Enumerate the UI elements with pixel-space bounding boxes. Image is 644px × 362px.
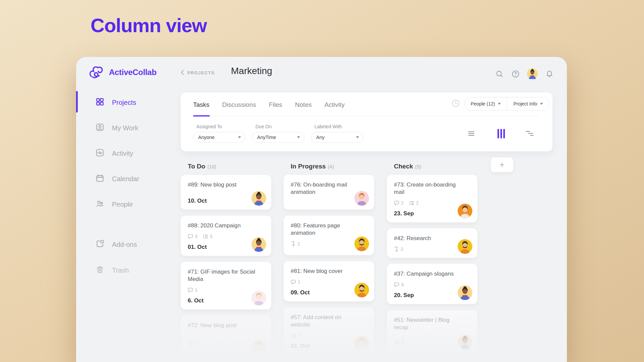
task-title: #42: Research [394, 235, 471, 242]
assignee-avatar [251, 340, 266, 355]
assignee-avatar [251, 191, 266, 206]
people-dropdown[interactable]: People (12) [465, 97, 507, 110]
active-tab-underline [193, 115, 210, 117]
task-title: #88: 2020 Campaign [188, 222, 265, 229]
column-view-icon [496, 129, 506, 139]
task-card[interactable]: #57: Add content on website 7 02. Oct [284, 307, 374, 355]
tab-activity[interactable]: Activity [325, 101, 345, 108]
user-avatar [527, 68, 538, 79]
activecollab-logo[interactable]: ActiveCollab [88, 64, 157, 81]
task-card[interactable]: #88: 2020 Campaign 3 5 01. Oct [181, 216, 271, 256]
assignee-avatar [458, 239, 472, 254]
checklist-icon [291, 333, 296, 338]
people-icon [96, 199, 104, 209]
task-card[interactable]: #72: New blog post 2 [181, 315, 271, 359]
activecollab-logo-icon [88, 64, 104, 81]
task-card[interactable]: #76: On-boarding mail animation [284, 175, 374, 210]
assignee-avatar [354, 283, 369, 297]
help-button[interactable] [512, 70, 520, 78]
sidebar-item-my-work[interactable]: My Work [96, 122, 138, 134]
sidebar-item-people[interactable]: People [96, 199, 133, 210]
timeline-view-icon [525, 129, 535, 138]
notifications-bell-button[interactable] [545, 70, 554, 78]
sidebar-item-projects[interactable]: Projects [96, 97, 136, 108]
caret-down-icon [297, 136, 300, 138]
task-card[interactable]: #73: Create on-boarding mail 2 2 23. Sep [387, 175, 477, 222]
project-title: Marketing [231, 66, 272, 76]
add-column-button[interactable]: + [491, 157, 513, 172]
subtasks-count: 2 [291, 241, 300, 246]
assignee-avatar [354, 336, 369, 351]
assignee-avatar [458, 204, 472, 218]
task-title: #51: Newsletter | Blog recap [394, 316, 471, 331]
sidebar-item-trash[interactable]: Trash [96, 265, 129, 276]
assigned-to-dropdown[interactable]: Anyone [193, 132, 245, 143]
my-work-icon [96, 123, 104, 133]
sidebar-item-label: My Work [112, 124, 138, 132]
task-card[interactable]: #37: Campaign slogans 3 20. Sep [387, 264, 477, 304]
activity-pulse-icon [96, 148, 104, 158]
comments-count: 3 [188, 234, 197, 239]
task-card[interactable]: #80: Features page animation 2 [284, 216, 374, 255]
checklist-icon [409, 201, 414, 206]
list-view-icon [467, 129, 476, 138]
caret-down-icon [540, 103, 543, 105]
timeline-view-button[interactable] [525, 129, 535, 139]
filter-label-assigned-to: Assigned To [196, 124, 245, 129]
history-clock-icon[interactable] [452, 99, 460, 109]
checklist-count: 2 [409, 200, 419, 206]
column-title: Check [394, 163, 413, 170]
checklist-icon [394, 340, 399, 345]
task-card[interactable]: #51: Newsletter | Blog recap 3 [387, 310, 477, 354]
filter-label-due-on: Due On [255, 124, 304, 129]
assignee-avatar [458, 285, 472, 300]
labeled-with-dropdown[interactable]: Any [311, 132, 363, 143]
due-on-dropdown[interactable]: AnyTime [252, 132, 304, 143]
tab-tasks[interactable]: Tasks [193, 101, 210, 108]
list-view-button[interactable] [466, 129, 477, 139]
sidebar-item-activity[interactable]: Activity [96, 148, 133, 159]
tab-files[interactable]: Files [269, 101, 282, 108]
assigned-to-value: Anyone [198, 135, 215, 140]
tab-discussions[interactable]: Discussions [222, 101, 256, 108]
checklist-icon [203, 234, 208, 239]
comments-count: 3 [394, 282, 404, 287]
sidebar-item-calendar[interactable]: Calendar [96, 173, 139, 185]
brand-name: ActiveCollab [109, 68, 157, 77]
task-title: #71: GIF images for Social Media [188, 268, 265, 283]
breadcrumb[interactable]: PROJECTS [181, 70, 215, 76]
sidebar-active-indicator [76, 91, 78, 113]
task-title: #81: New blog cover [291, 268, 367, 275]
comment-icon [394, 282, 399, 287]
column-count: (5) [415, 164, 421, 169]
assignee-avatar [251, 237, 266, 252]
search-button[interactable] [495, 70, 504, 78]
sidebar-item-label: Activity [112, 150, 133, 157]
tab-notes[interactable]: Notes [295, 101, 312, 108]
column-view-button[interactable] [496, 129, 507, 139]
comment-icon [291, 280, 296, 285]
task-card[interactable]: #42: Research 2 [387, 228, 477, 258]
project-info-dropdown[interactable]: Project Info [507, 97, 549, 110]
task-card[interactable]: #81: New blog cover 1 09. Oct [284, 261, 374, 301]
task-card[interactable]: #71: GIF images for Social Media 1 6. Oc… [181, 262, 271, 309]
comments-count: 1 [291, 279, 300, 285]
column-title: To Do [188, 163, 205, 170]
user-avatar-button[interactable] [527, 68, 538, 79]
sidebar-item-add-ons[interactable]: Add-ons [96, 239, 137, 250]
comments-count: 1 [188, 287, 197, 293]
subtasks-icon [188, 341, 193, 347]
task-title: #80: Features page animation [291, 222, 367, 237]
task-card[interactable]: #89: New blog post 10. Oct [181, 175, 271, 210]
board-column-todo: To Do(10) #89: New blog post 10. Oct #88… [181, 163, 271, 359]
subtasks-icon [291, 241, 296, 246]
comment-icon [394, 201, 399, 206]
comment-icon [188, 234, 193, 239]
board-column-check: Check(5) #73: Create on-boarding mail 2 … [387, 163, 477, 354]
filter-label-labeled-with: Labeled With [314, 124, 363, 129]
calendar-icon [96, 174, 104, 184]
column-header: In Progress(4) [284, 163, 374, 170]
chevron-left-icon [181, 70, 184, 76]
tasks-toolbar-panel: Tasks Discussions Files Notes Activity P… [181, 92, 552, 151]
breadcrumb-label: PROJECTS [187, 70, 215, 75]
